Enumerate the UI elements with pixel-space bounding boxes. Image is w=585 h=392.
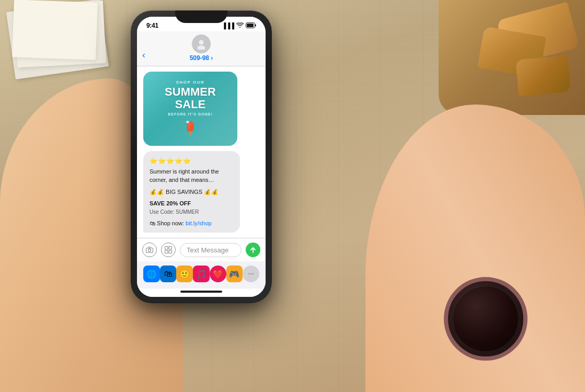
message-input[interactable]: Text Message	[180, 243, 242, 257]
signal-icon: ▐▐▐	[222, 22, 234, 29]
tray-game[interactable]: 🎮	[226, 266, 243, 282]
home-bar	[180, 291, 222, 293]
svg-rect-12	[165, 247, 168, 250]
basket-bg	[439, 0, 585, 115]
home-indicator	[137, 289, 266, 297]
coffee-cup	[444, 277, 527, 361]
back-button[interactable]: ‹	[142, 50, 145, 61]
app-tray: 🌐 🛍 🙂 🎵 ❤️ 🎮 ···	[137, 261, 266, 289]
svg-point-3	[198, 45, 205, 50]
svg-point-2	[199, 40, 204, 45]
shop-label-text: 🛍 Shop now:	[150, 220, 184, 226]
status-time: 9:41	[146, 22, 158, 29]
wifi-icon	[236, 22, 244, 29]
discount-label: SAVE 20% OFF	[150, 200, 191, 206]
shop-link[interactable]: bit.ly/shop	[186, 220, 212, 226]
svg-rect-8	[189, 131, 191, 136]
tray-memoji[interactable]: 🙂	[176, 266, 193, 282]
svg-rect-15	[169, 250, 172, 253]
tray-appstore[interactable]: 🛍	[160, 266, 177, 282]
iphone-screen: 9:41 ▐▐▐	[137, 17, 266, 297]
screen-content: 9:41 ▐▐▐	[137, 17, 266, 297]
mms-image-bubble: SHOP OUR SUMMER SALE BEFORE IT'S GONE!	[143, 72, 237, 146]
send-button[interactable]	[246, 243, 260, 257]
paper-stack	[0, 0, 131, 78]
discount-text: SAVE 20% OFF	[150, 199, 234, 208]
tagline-text: BEFORE IT'S GONE!	[168, 112, 213, 116]
notch	[175, 10, 227, 23]
iphone-wrapper: 9:41 ▐▐▐	[131, 10, 272, 303]
tray-more[interactable]: ···	[243, 266, 259, 282]
contact-avatar	[192, 34, 211, 53]
paper-3	[12, 0, 98, 60]
message-text-1: Summer is right around the corner, and t…	[150, 167, 234, 185]
svg-point-10	[148, 249, 151, 252]
svg-rect-1	[247, 24, 254, 27]
shop-label: SHOP OUR	[176, 80, 205, 85]
mms-image-inner: SHOP OUR SUMMER SALE BEFORE IT'S GONE!	[143, 72, 237, 146]
svg-rect-11	[148, 247, 151, 249]
shop-text: 🛍 Shop now: bit.ly/shop	[150, 219, 234, 228]
tray-heart[interactable]: ❤️	[210, 266, 226, 282]
svg-rect-14	[165, 250, 168, 253]
input-bar: Text Message	[137, 238, 266, 261]
status-icons: ▐▐▐	[222, 22, 256, 29]
apps-button[interactable]	[161, 243, 176, 257]
contact-name[interactable]: 509-98 ›	[190, 54, 213, 62]
iphone-frame: 9:41 ▐▐▐	[131, 10, 272, 303]
summer-sale-text: SUMMER SALE	[165, 86, 216, 111]
cup-liquid	[453, 286, 518, 351]
cup-body	[444, 277, 527, 361]
input-placeholder: Text Message	[187, 246, 228, 254]
tray-safari[interactable]: 🌐	[143, 266, 160, 282]
battery-icon	[246, 22, 256, 29]
tray-music[interactable]: 🎵	[193, 266, 210, 282]
savings-text: 💰💰 BIG SAVINGS 💰💰	[150, 188, 234, 197]
imessage-header: ‹ 509-98 ›	[137, 31, 266, 66]
bread-piece-3	[515, 55, 571, 96]
code-text: Use Code: SUMMER	[150, 208, 234, 216]
svg-point-7	[186, 121, 189, 123]
messages-area[interactable]: SHOP OUR SUMMER SALE BEFORE IT'S GONE!	[137, 66, 266, 238]
svg-rect-9	[146, 248, 153, 253]
svg-rect-13	[169, 247, 172, 250]
popsicle-icon	[175, 120, 206, 137]
camera-button[interactable]	[142, 243, 157, 257]
stars: ⭐⭐⭐⭐⭐	[150, 156, 234, 166]
message-bubble: ⭐⭐⭐⭐⭐ Summer is right around the corner,…	[143, 151, 240, 233]
bread-basket	[439, 0, 585, 115]
